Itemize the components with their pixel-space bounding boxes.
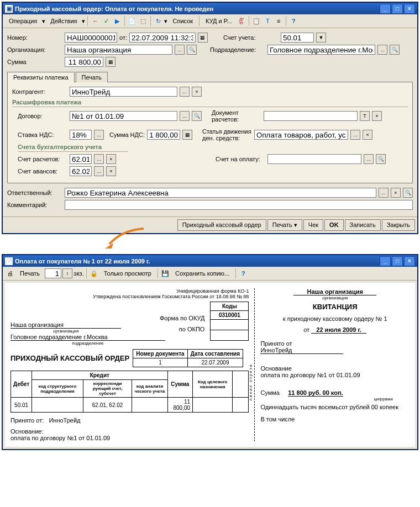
okud-value: 0310001	[211, 311, 249, 320]
contract-label: Договор:	[18, 113, 67, 119]
viewonly-button[interactable]: Только просмотр	[100, 268, 155, 278]
dropdown-icon[interactable]: ▼	[316, 33, 326, 43]
calc-icon[interactable]: ▦	[182, 130, 192, 140]
search-icon[interactable]: 🔍	[390, 45, 400, 55]
counterparty-input[interactable]	[70, 87, 177, 97]
decode-header: Расшифровка платежа	[12, 99, 408, 107]
from-label: от:	[119, 34, 127, 41]
print-button[interactable]: Печать	[16, 268, 44, 278]
th-struct: код структурного подразделения	[32, 380, 83, 398]
save-button[interactable]: Записать	[345, 219, 381, 231]
operation-menu[interactable]: Операция	[5, 16, 41, 26]
minimize-button[interactable]: _	[380, 4, 391, 14]
number-input[interactable]	[65, 33, 117, 43]
vatsum-input[interactable]	[147, 130, 180, 140]
select-icon[interactable]: ...	[94, 130, 104, 140]
help-icon[interactable]: ?	[288, 16, 298, 26]
clear-icon[interactable]: ×	[192, 87, 202, 97]
calcdoc-input[interactable]	[264, 111, 358, 121]
back-icon[interactable]: ←	[90, 16, 100, 26]
actions-menu[interactable]: Действия	[46, 16, 81, 26]
responsible-input[interactable]	[65, 188, 376, 198]
select-icon[interactable]: ...	[377, 45, 387, 55]
date-header: Дата составления	[187, 350, 243, 358]
clear-icon[interactable]: ×	[106, 166, 116, 176]
maximize-button[interactable]: □	[392, 4, 403, 14]
comment-input[interactable]	[65, 200, 413, 210]
tab-print[interactable]: Печать	[76, 72, 108, 82]
maximize-button[interactable]: □	[392, 256, 403, 266]
t-icon[interactable]: T	[360, 111, 370, 121]
savecopy-button[interactable]: Сохранить копию...	[171, 268, 233, 278]
select-icon[interactable]: ...	[94, 154, 104, 164]
contract-input[interactable]	[70, 111, 177, 121]
select-icon[interactable]: ...	[175, 45, 185, 55]
close-button[interactable]: ×	[404, 4, 415, 14]
tool-icon[interactable]: ↻	[153, 16, 163, 26]
date-input[interactable]	[129, 33, 196, 43]
search-icon[interactable]: 🔍	[376, 154, 386, 164]
tool-icon[interactable]: 📋	[251, 16, 261, 26]
list-button[interactable]: Список	[169, 16, 197, 26]
minimize-button[interactable]: _	[380, 256, 391, 266]
vatrate-input[interactable]	[70, 130, 92, 140]
account-input[interactable]	[281, 33, 314, 43]
select-icon[interactable]: ...	[379, 188, 389, 198]
help-icon[interactable]: ?	[238, 268, 248, 278]
vatsum-label: Сумма НДС:	[109, 131, 145, 138]
docnum-value: 1	[133, 358, 188, 367]
titlebar-1: ▣ Приходный кассовый ордер: Оплата от по…	[3, 3, 417, 14]
accpay-input[interactable]	[267, 154, 361, 164]
basis-value: оплата по договору №1 от 01.01.09	[11, 435, 110, 441]
r-from-lbl: Принято от	[260, 340, 410, 347]
cashflow-input[interactable]	[254, 130, 348, 140]
printer-icon[interactable]: 🖨	[5, 268, 15, 278]
date-picker-icon[interactable]: ▦	[198, 33, 208, 43]
pko-title: ПРИХОДНЫЙ КАССОВЫЙ ОРДЕР	[11, 354, 129, 362]
basis-label: Основание:	[11, 428, 43, 435]
calcdoc-label: Документ расчетов:	[212, 109, 261, 123]
check-button[interactable]: Чек	[303, 219, 323, 231]
calc-icon[interactable]: ▦	[106, 57, 116, 67]
tool-icon[interactable]: ≡	[274, 16, 284, 26]
select-icon[interactable]: ...	[350, 130, 360, 140]
select-icon[interactable]: ...	[364, 154, 374, 164]
tool-icon[interactable]: ✓	[101, 16, 111, 26]
search-icon[interactable]: 🔍	[192, 111, 202, 121]
print-button[interactable]: Печать ▾	[267, 219, 302, 231]
clear-icon[interactable]: ×	[391, 188, 401, 198]
close-button[interactable]: ×	[404, 256, 415, 266]
sum-input[interactable]	[65, 57, 103, 67]
search-icon[interactable]: 🔍	[187, 45, 197, 55]
spinner-icon[interactable]: ↕	[62, 268, 72, 278]
number-label: Номер:	[7, 34, 62, 41]
select-icon[interactable]: ...	[180, 87, 190, 97]
accadv-input[interactable]	[70, 166, 92, 176]
dtkt-icon[interactable]: ДтКт	[237, 16, 246, 26]
tool-icon[interactable]: ▶	[112, 16, 122, 26]
dept-input[interactable]	[267, 45, 375, 55]
copies-input[interactable]	[45, 268, 61, 278]
acccalc-input[interactable]	[70, 154, 92, 164]
save-icon[interactable]: 💾	[160, 268, 170, 278]
org-input[interactable]	[65, 45, 172, 55]
clear-icon[interactable]: ×	[372, 111, 382, 121]
clear-icon[interactable]: ×	[106, 154, 116, 164]
close-button[interactable]: Закрыть	[382, 219, 415, 231]
cash-order-window: ▣ Приходный кассовый ордер: Оплата от по…	[2, 2, 418, 234]
select-icon[interactable]: ...	[94, 166, 104, 176]
pko-button[interactable]: Приходный кассовый ордер	[177, 219, 266, 231]
kud-button[interactable]: КУД и Р...	[202, 16, 235, 26]
org-label: Организация:	[7, 46, 62, 53]
tab-requisites[interactable]: Реквизиты платежа	[7, 72, 75, 82]
clear-icon[interactable]: ×	[363, 130, 372, 140]
lock-icon[interactable]: 🔒	[89, 268, 99, 278]
copy-icon[interactable]: 📄	[127, 16, 137, 26]
ok-button[interactable]: OK	[324, 219, 344, 231]
select-icon[interactable]: ...	[180, 111, 190, 121]
accounts-header: Счета бухгалтерского учета	[18, 144, 128, 152]
search-icon[interactable]: 🔍	[403, 188, 413, 198]
tool-icon[interactable]: ⬚	[138, 16, 148, 26]
tool-icon[interactable]: T	[262, 16, 272, 26]
approved-label: Утверждена постановлением Госкомстата Ро…	[11, 294, 249, 299]
